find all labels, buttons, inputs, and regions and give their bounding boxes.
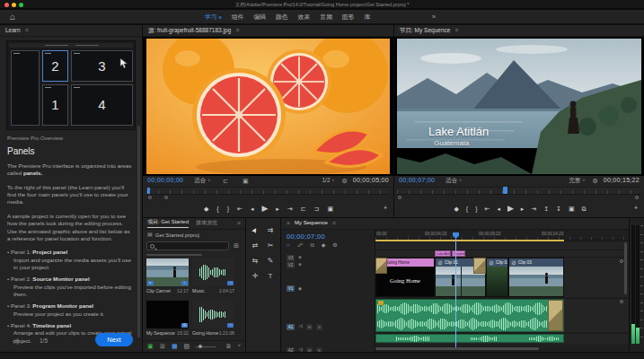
snap-icon[interactable]: ∩ [287, 242, 290, 250]
track-toggle-v3[interactable]: V3 [287, 255, 295, 261]
source-panel-menu-icon[interactable]: ≡ [235, 27, 239, 35]
a1-music-clip[interactable] [375, 299, 564, 332]
workspace-tab-color[interactable]: 颜色 [276, 13, 288, 21]
workspace-tab-learn-menu-icon[interactable]: ≡ [219, 14, 222, 21]
program-zoom-handle-left[interactable] [398, 196, 401, 199]
program-button-editor-plus[interactable]: + [634, 205, 638, 211]
workspace-tab-learn[interactable]: 学习 [205, 13, 217, 21]
source-monitor-tab[interactable]: 源: fruit-grapefruit-58887183.jpg [148, 27, 231, 34]
workspace-tab-libraries[interactable]: 库 [364, 13, 370, 21]
mark-out-button[interactable]: } [227, 206, 229, 212]
program-step-forward-button[interactable]: ▸ [521, 206, 525, 212]
program-go-to-out-button[interactable]: ⇥ [531, 206, 536, 212]
program-add-marker-button[interactable]: ◆ [454, 206, 458, 212]
workspace-tab-assembly[interactable]: 组件 [232, 13, 244, 21]
timeline-vscrollbar[interactable] [624, 242, 627, 294]
program-go-to-in-button[interactable]: ⇤ [485, 206, 490, 212]
track-resize-handle[interactable] [620, 259, 623, 263]
home-icon[interactable]: ⌂ [10, 12, 15, 23]
narration-speaker-icon[interactable]: ◁) [13, 337, 19, 345]
icon-view-button[interactable]: ▦ [172, 343, 178, 351]
program-settings-wrench-icon[interactable]: ⚙ [592, 178, 597, 184]
timeline-playhead-line[interactable] [455, 239, 456, 347]
step-back-button[interactable]: ◂ [251, 206, 254, 212]
razor-tool[interactable]: ✂ [263, 241, 278, 250]
timeline-settings-wrench-icon[interactable]: ⚙ [332, 242, 337, 250]
sort-icon[interactable]: ≣ [226, 343, 232, 351]
workspace-tab-effects[interactable]: 效果 [298, 13, 311, 21]
timeline-timecode[interactable]: 00;00;07;00 [287, 232, 325, 241]
v1-clip-03[interactable]: fx Clip 03 [508, 258, 564, 297]
project-grid-scrollbar[interactable] [146, 254, 202, 256]
freeform-view-button[interactable]: ▧ [184, 343, 190, 351]
project-item-going-home-music[interactable]: ♪ Going Home m... 1:21:08 [192, 301, 234, 339]
program-play-button[interactable]: ▶ [507, 205, 514, 213]
project-tabs-overflow-icon[interactable]: » [237, 220, 241, 228]
program-scrub-ruler[interactable] [397, 187, 641, 195]
mute-button[interactable]: M [306, 324, 313, 330]
track-output-eye-icon[interactable]: ◉ [298, 262, 302, 267]
program-fit-dropdown[interactable]: 适合˅ [446, 177, 462, 184]
program-zoom-handle-right[interactable] [635, 196, 639, 199]
track-speaker-icon[interactable]: ◁) [298, 324, 303, 329]
thumbnail-zoom-slider[interactable] [196, 346, 216, 347]
a2-voiceover-clip[interactable] [375, 334, 564, 343]
track-output-eye-icon[interactable]: ◉ [298, 255, 302, 260]
source-fit-dropdown[interactable]: 适合˅ [194, 177, 210, 184]
go-to-out-button[interactable]: ⇥ [287, 206, 293, 212]
comparison-view-button[interactable]: ⧉ [582, 206, 587, 212]
extract-button[interactable]: ↧ [556, 206, 561, 212]
program-quality-dropdown[interactable]: 完整˅ [569, 177, 586, 184]
hand-tool[interactable]: ✛ [248, 272, 262, 281]
project-breadcrumb[interactable]: Get Started.prproj [155, 232, 199, 239]
timeline-marker-icon[interactable]: ◆ [322, 242, 326, 250]
source-zoom-handle-left[interactable] [148, 196, 152, 199]
source-timecode-current[interactable]: 00;00;00;00 [147, 177, 183, 185]
program-playhead[interactable] [503, 187, 507, 194]
source-playhead[interactable] [147, 188, 150, 194]
ripple-edit-tool[interactable]: ⇄ [248, 241, 262, 250]
graphic-clip-guatemala[interactable]: Guatemala [452, 250, 465, 257]
program-export-frame-button[interactable]: ▣ [569, 206, 575, 212]
lift-button[interactable]: ↥ [543, 206, 549, 212]
track-toggle-v2[interactable]: V2 [287, 262, 295, 268]
media-browser-tab[interactable]: 媒体浏览 [196, 220, 217, 227]
learn-tab[interactable]: Learn [5, 27, 21, 34]
type-tool[interactable]: T [263, 272, 278, 281]
project-search-panel-icon[interactable]: ⊞ [234, 242, 239, 250]
linked-selection-icon[interactable]: ☍ [297, 242, 303, 250]
list-view-button[interactable]: ☰ [160, 343, 165, 351]
source-safe-margins-icon[interactable]: ▣ [243, 178, 249, 184]
program-step-back-button[interactable]: ◂ [497, 206, 500, 212]
timeline-hscrollbar[interactable] [375, 347, 539, 350]
learn-scrollbar[interactable] [137, 126, 140, 337]
workspace-tab-editing[interactable]: 编辑 [253, 13, 266, 21]
insert-button[interactable]: ⊏ [301, 206, 306, 212]
slip-tool[interactable]: ⇆ [248, 257, 262, 266]
project-item-clip[interactable]: ▸ ♪ Clip Carmel 12:17 [146, 258, 189, 297]
track-toggle-a1[interactable]: A1 [287, 324, 295, 330]
add-marker-button[interactable]: ◆ [204, 206, 208, 212]
go-to-in-button[interactable]: ⇤ [237, 206, 243, 212]
next-button[interactable]: Next [95, 333, 133, 346]
source-button-editor-plus[interactable]: + [384, 205, 387, 211]
pen-tool[interactable]: ✎ [263, 257, 278, 266]
timeline-tab-close-icon[interactable]: × [287, 220, 290, 228]
cross-dissolve-transition[interactable] [375, 258, 387, 274]
play-button[interactable]: ▶ [261, 205, 268, 213]
project-footer-chevron-icon[interactable]: ˅ [237, 343, 241, 350]
program-mark-out-button[interactable]: } [475, 206, 477, 212]
source-settings-wrench-icon[interactable]: ⚙ [341, 178, 347, 184]
source-quality-dropdown[interactable]: 1/2˅ [322, 177, 334, 184]
project-item-music[interactable]: ♪ Music 1:04:17 [192, 258, 234, 297]
track-toggle-v1[interactable]: V1 [287, 285, 295, 292]
program-mark-in-button[interactable]: { [466, 206, 468, 212]
workspace-tab-audio[interactable]: 音频 [320, 13, 332, 21]
track-resize-handle[interactable] [620, 300, 623, 303]
learn-panel-menu-icon[interactable]: ≡ [25, 27, 29, 35]
v1-clip-02[interactable]: fx Clip 02 [486, 258, 508, 297]
mark-in-button[interactable]: { [216, 206, 218, 212]
track-select-forward-tool[interactable]: ⇉ [263, 226, 278, 235]
solo-button[interactable]: S [316, 324, 322, 330]
program-timecode-current[interactable]: 00;00;07;00 [399, 177, 435, 185]
